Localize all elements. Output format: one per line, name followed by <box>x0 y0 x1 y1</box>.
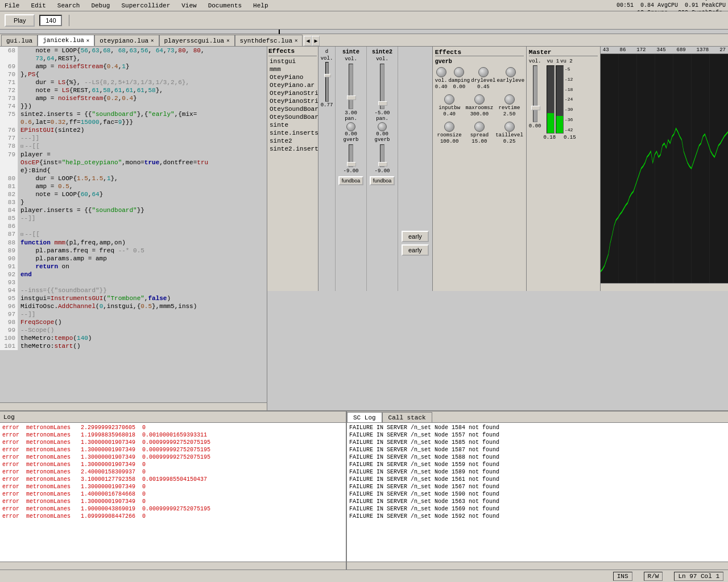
line-content: } <box>18 198 24 206</box>
menu-view[interactable]: View <box>179 1 198 10</box>
bottom-area: Log error metronomLanes 2.29999992370605… <box>0 410 728 569</box>
effects-item-oteypianostrings-ar[interactable]: OteyPianoStrings.ar <box>268 97 317 105</box>
code-scroll[interactable]: 68 note = LOOP{56,63,68, 68,63,56, 64,73… <box>0 47 267 402</box>
fundboa-button-sinte[interactable]: fundboa <box>338 176 364 185</box>
code-line: 85 --]] <box>0 214 267 222</box>
log-entry: error metronomLanes 1.30000001907349 0.0… <box>2 439 344 446</box>
inputbw-knob[interactable] <box>444 94 454 105</box>
effects-item-oteypianostrings[interactable]: OteyPianoStrings <box>268 89 317 97</box>
vu-values: 0.18 0.15 <box>543 135 576 140</box>
vol-knob[interactable] <box>436 67 446 77</box>
roomsize-knob[interactable] <box>444 122 454 132</box>
channel-sinte2-fader[interactable] <box>380 64 384 109</box>
spread-knob[interactable] <box>474 122 485 132</box>
gverb-knob-row3: roomsize 100.00 spread 15.00 taillevel 0… <box>435 120 524 146</box>
line-number: 68 <box>0 47 18 55</box>
effects-item-sinte-inserts[interactable]: sinte.inserts <box>268 129 317 137</box>
tab-playersscgui-close[interactable]: ✕ <box>226 38 229 44</box>
fundboa-button-sinte2[interactable]: fundboa <box>370 176 395 185</box>
effects-item-oteysoundboard[interactable]: OteySoundBoard <box>268 105 317 113</box>
code-line: 100 theMetro:tempo(140) <box>0 334 267 342</box>
channel-sinte-gverb-fader[interactable] <box>349 144 353 167</box>
master-panel: Master vol. 0.00 <box>527 47 601 291</box>
effects-item-oteypiano[interactable]: OteyPiano <box>268 73 317 81</box>
master-vol-val: 0.00 <box>529 123 541 129</box>
effects-item-sinte2-inserts[interactable]: sinte2.inserts <box>268 145 317 153</box>
menu-edit[interactable]: Edit <box>28 1 48 10</box>
early-button-2[interactable]: early <box>402 244 429 256</box>
channel-sinte-pan-knob[interactable] <box>346 122 355 131</box>
line-content: amp = noisefStream{0.2,0.4} <box>18 94 137 102</box>
taillevel-knob[interactable] <box>504 122 515 132</box>
channel-d-fader[interactable] <box>325 62 329 102</box>
tab-janicek-lua[interactable]: janicek.lua ✕ <box>38 35 94 46</box>
effects-item-sinte2[interactable]: sinte2 <box>268 137 317 145</box>
peak-cpu: 0.91 PeakCPU <box>685 2 726 9</box>
earlylevel-knob[interactable] <box>506 67 516 77</box>
menu-search[interactable]: Search <box>55 1 82 10</box>
menu-documents[interactable]: Documents <box>206 1 244 10</box>
damping-knob[interactable] <box>454 67 464 77</box>
tab-synthdefsc-lua[interactable]: synthdefsc.lua ✕ <box>235 35 303 46</box>
line-content: return on <box>18 263 69 271</box>
scope-hscroll[interactable] <box>601 283 728 291</box>
code-line: 93 <box>0 278 267 286</box>
tab-synthdefsc-close[interactable]: ✕ <box>295 38 297 44</box>
effects-item-instgui[interactable]: instgui <box>268 57 317 65</box>
log-content[interactable]: error metronomLanes 2.29999992370605 0 e… <box>0 423 346 562</box>
effects-item-mmm[interactable]: mmm <box>268 65 317 73</box>
sc-log-content[interactable]: FAILURE IN SERVER /n_set Node 1584 not f… <box>347 423 728 562</box>
tab-janicek-close[interactable]: ✕ <box>86 38 89 44</box>
menu-help[interactable]: Help <box>251 1 270 10</box>
channel-sinte2-pan-knob[interactable] <box>378 122 387 131</box>
db-label: -42 <box>565 127 573 132</box>
line-content: pl.params.freq = freq --* 0.5 <box>18 247 144 255</box>
line-content: player.inserts = {{"soundboard"}} <box>18 206 144 214</box>
channel-sinte2-gverb-fader[interactable] <box>380 144 384 167</box>
tab-oteypiano-lua[interactable]: oteypiano.lua ✕ <box>94 35 159 46</box>
play-button[interactable]: Play <box>5 14 35 27</box>
menu-supercollider[interactable]: Supercollider <box>119 1 172 10</box>
line-number: 88 <box>0 239 18 247</box>
log-entry: error metronomLanes 3.10000127792358 0.0… <box>2 476 344 483</box>
line-content: 73,64,REST}, <box>18 55 81 63</box>
tab-gui-lua[interactable]: gui.lua <box>1 35 38 46</box>
tab-next-button[interactable]: ▶ <box>312 36 320 46</box>
log-title: Log <box>3 414 15 421</box>
db-label: -12 <box>565 77 573 82</box>
early-button-1[interactable]: early <box>402 231 429 242</box>
gverb-knob-row2: inputbw 0.40 maxroomsz 300.00 revtime 2.… <box>435 93 524 118</box>
top-right: Effects instgui mmm OteyPiano OteyPiano.… <box>267 47 728 291</box>
editor-hscroll[interactable] <box>0 402 267 410</box>
sc-log-tab[interactable]: SC Log <box>347 412 382 422</box>
effects-item-oteysoundboard-ar[interactable]: OteySoundBoard.ar <box>268 113 317 121</box>
freq-labels: 43 86 172 345 689 1378 27 <box>601 47 728 54</box>
tab-prev-button[interactable]: ◀ <box>304 36 312 46</box>
log-hscroll[interactable] <box>0 562 346 569</box>
tab-playersscgui-lua[interactable]: playersscgui.lua ✕ <box>159 35 235 46</box>
code-line: 86 <box>0 222 267 230</box>
sc-log-hscroll[interactable] <box>347 562 728 569</box>
menu-file[interactable]: File <box>2 1 22 10</box>
call-stack-tab[interactable]: Call stack <box>382 412 432 422</box>
knob-maxroomsz: maxroomsz 300.00 <box>465 94 494 117</box>
revtime-knob[interactable] <box>504 94 515 105</box>
tab-oteypiano-close[interactable]: ✕ <box>151 38 154 44</box>
code-line: 79 player = <box>0 151 267 159</box>
channel-sinte-fader[interactable] <box>349 64 353 109</box>
menu-debug[interactable]: Debug <box>89 1 112 10</box>
master-fader[interactable] <box>533 65 537 122</box>
knob-spread: spread 15.00 <box>465 122 494 144</box>
line-number: 97 <box>0 310 18 318</box>
drylevel-knob[interactable] <box>478 67 489 77</box>
log-entry: error metronomLanes 1.40000016784668 0 <box>2 490 344 498</box>
effects-item-sinte[interactable]: sinte <box>268 121 317 129</box>
sc-log-entry: FAILURE IN SERVER /n_set Node 1589 not f… <box>349 468 726 476</box>
effects-item-oteypiano-ar[interactable]: OteyPiano.ar <box>268 81 317 89</box>
vol-knob-val: 0.40 <box>435 84 448 90</box>
code-line: 75 sinte2.inserts = {{"soundboard"},{"ea… <box>0 110 267 118</box>
maxroomsz-knob[interactable] <box>474 94 485 105</box>
tempo-input[interactable] <box>39 15 62 26</box>
code-line: 101 theMetro:start() <box>0 342 267 350</box>
knob-vol: vol. 0.40 <box>435 67 448 90</box>
